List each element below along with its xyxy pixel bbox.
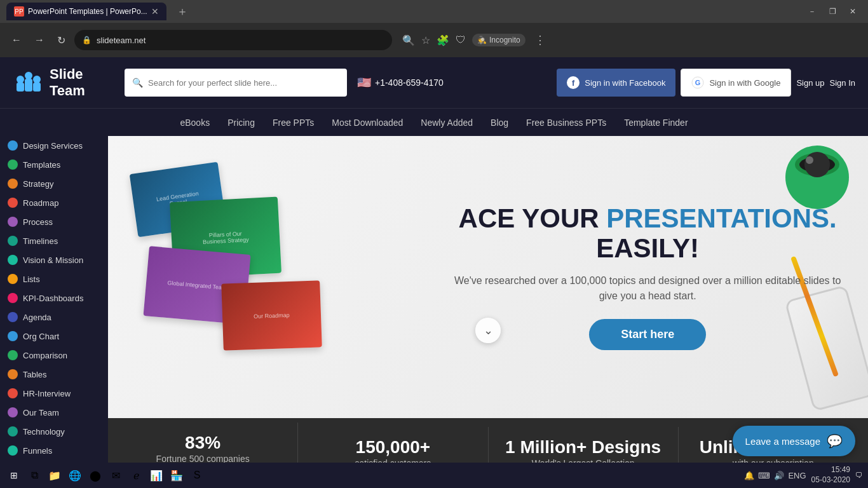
sidebar-icon-strategy	[8, 179, 18, 189]
extension-icon2[interactable]: 🛡	[456, 34, 466, 46]
sidebar-item-lists[interactable]: Lists	[0, 269, 108, 288]
browser-menu-icon[interactable]: ⋮	[534, 33, 546, 47]
taskbar-ie[interactable]: ℯ	[127, 466, 145, 484]
facebook-signin-button[interactable]: f Sign in with Facebook	[557, 69, 675, 97]
sidebar-label-design-services: Design Services	[23, 141, 83, 151]
slide-preview-4: Our Roadmap	[221, 280, 322, 350]
sidebar-item-our-team[interactable]: Our Team	[0, 403, 108, 422]
nav-free-ppts[interactable]: Free PPTs	[273, 118, 314, 128]
nav-newly-added[interactable]: Newly Added	[421, 118, 473, 128]
bookmark-icon[interactable]: ☆	[421, 34, 430, 46]
logo-area[interactable]: Slide Team	[13, 66, 114, 100]
start-here-button[interactable]: Start here	[589, 319, 706, 350]
sidebar-item-kpi-dashboards[interactable]: KPI-Dashboards	[0, 288, 108, 308]
notification-center-icon[interactable]: 🗨	[855, 471, 863, 480]
hero-subtitle: We've researched over a 100,000 topics a…	[452, 273, 843, 304]
sidebar-icon-hr-interview	[8, 388, 18, 398]
close-button[interactable]: ✕	[844, 5, 862, 18]
minimize-button[interactable]: －	[803, 5, 821, 18]
chat-icon: 💬	[827, 433, 843, 449]
address-bar-row: ← → ↻ 🔒 slideteam.net 🔍 ☆ 🧩 🛡 🕵 Incognit…	[0, 23, 868, 57]
sidebar-label-strategy: Strategy	[23, 179, 53, 189]
taskbar-date-display: 05-03-2020	[811, 475, 850, 485]
nav-template-finder[interactable]: Template Finder	[624, 118, 688, 128]
hero-title-highlight: PRESENTATIONS.	[606, 203, 836, 233]
sidebar-item-timelines[interactable]: Timelines	[0, 231, 108, 250]
sidebar-icon-roadmap	[8, 198, 18, 208]
sidebar-item-process[interactable]: Process	[0, 212, 108, 231]
new-tab-button[interactable]: ＋	[172, 1, 193, 22]
svg-point-11	[804, 152, 830, 177]
sidebar-item-vision-mission[interactable]: Vision & Mission	[0, 250, 108, 269]
sidebar-item-templates[interactable]: Templates	[0, 155, 108, 174]
chevron-down-icon: ⌄	[484, 323, 493, 337]
extension-icon1[interactable]: 🧩	[437, 34, 449, 46]
tab-title: PowerPoint Templates | PowerPo...	[28, 7, 147, 16]
sidebar-item-tables[interactable]: Tables	[0, 365, 108, 384]
sidebar-icon-vision-mission	[8, 255, 18, 265]
sidebar-item-agenda[interactable]: Agenda	[0, 308, 108, 327]
nav-most-downloaded[interactable]: Most Downloaded	[332, 118, 403, 128]
url-bar[interactable]: 🔒 slideteam.net	[74, 30, 392, 50]
leave-message-widget[interactable]: Leave a message 💬	[733, 426, 855, 456]
taskbar-task-view[interactable]: ⧉	[25, 466, 43, 484]
sidebar-label-comparison: Comparison	[23, 351, 67, 360]
sidebar-icon-technology	[8, 426, 18, 437]
sidebar-item-funnels[interactable]: Funnels	[0, 441, 108, 460]
sidebar-item-hr-interview[interactable]: HR-Interview	[0, 384, 108, 403]
tab-favicon: PP	[14, 6, 24, 17]
svg-point-12	[806, 156, 813, 164]
taskbar-store[interactable]: 🏪	[168, 466, 186, 484]
incognito-badge[interactable]: 🕵 Incognito	[472, 34, 526, 46]
google-signin-button[interactable]: G Sign in with Google	[681, 69, 791, 97]
svg-rect-3	[17, 83, 24, 92]
taskbar-mail[interactable]: ✉	[107, 466, 125, 484]
taskbar-right: 🔔 ⌨ 🔊 ENG 15:49 05-03-2020 🗨	[744, 465, 863, 485]
back-button[interactable]: ←	[8, 32, 25, 48]
search-action-icon[interactable]: 🔍	[402, 34, 415, 46]
taskbar-chrome[interactable]: ⬤	[86, 466, 104, 484]
browser-tab[interactable]: PP PowerPoint Templates | PowerPo... ✕	[6, 3, 166, 20]
search-bar[interactable]: 🔍	[125, 69, 347, 97]
nav-blog[interactable]: Blog	[491, 118, 508, 128]
sidebar-label-timelines: Timelines	[23, 236, 58, 246]
tab-close-btn[interactable]: ✕	[151, 6, 159, 17]
sidebar-item-technology[interactable]: Technology	[0, 422, 108, 441]
notification-icon: 🔔	[744, 471, 754, 480]
search-input[interactable]	[148, 78, 339, 88]
sidebar-icon-funnels	[8, 445, 18, 456]
sidebar-item-design-services[interactable]: Design Services	[0, 136, 108, 155]
sidebar-icon-comparison	[8, 350, 18, 360]
maximize-button[interactable]: ❐	[824, 5, 841, 18]
sidebar-item-strategy[interactable]: Strategy	[0, 174, 108, 193]
taskbar-ppt[interactable]: 📊	[147, 466, 165, 484]
taskbar-edge-legacy[interactable]: 🌐	[66, 466, 84, 484]
nav-free-business-ppts[interactable]: Free Business PPTs	[526, 118, 606, 128]
site-nav: eBooks Pricing Free PPTs Most Downloaded…	[0, 108, 868, 136]
sidebar-icon-tables	[8, 369, 18, 379]
sidebar-icon-process	[8, 217, 18, 227]
signup-link[interactable]: Sign up	[796, 78, 824, 88]
forward-button[interactable]: →	[31, 32, 48, 48]
leave-message-label: Leave a message	[745, 436, 820, 447]
sidebar-label-kpi-dashboards: KPI-Dashboards	[23, 294, 83, 303]
sidebar-item-org-chart[interactable]: Org Chart	[0, 327, 108, 346]
sidebar-item-comparison[interactable]: Comparison	[0, 346, 108, 365]
sidebar-icon-kpi-dashboards	[8, 293, 18, 303]
stat-number-150k: 150,000+	[308, 437, 477, 458]
signin-link[interactable]: Sign In	[830, 78, 855, 88]
stat-number-1m: 1 Million+ Designs	[499, 437, 668, 458]
taskbar-slideteam[interactable]: S	[188, 466, 206, 484]
google-btn-label: Sign in with Google	[709, 78, 780, 88]
svg-rect-4	[25, 79, 32, 92]
sidebar-item-roadmap[interactable]: Roadmap	[0, 193, 108, 212]
nav-pricing[interactable]: Pricing	[227, 118, 255, 128]
refresh-button[interactable]: ↻	[53, 32, 69, 49]
start-button[interactable]: ⊞	[5, 468, 23, 483]
stat-number-83: 83%	[118, 433, 287, 453]
language-indicator: ENG	[788, 471, 806, 480]
scroll-down-button[interactable]: ⌄	[475, 318, 501, 343]
taskbar-explorer[interactable]: 📁	[46, 466, 64, 484]
facebook-icon: f	[567, 76, 580, 89]
nav-ebooks[interactable]: eBooks	[180, 118, 210, 128]
